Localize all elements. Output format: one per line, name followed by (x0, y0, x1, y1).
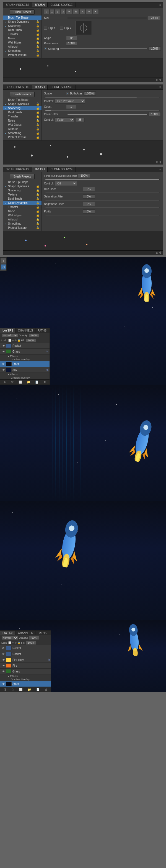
layers-tab-channels-2[interactable]: CHANNELS (16, 631, 35, 636)
both-axes-checkbox[interactable]: ✓ (66, 92, 69, 95)
bottom-icon-2-2[interactable]: 🗑 (159, 161, 162, 164)
menu3-scattering[interactable]: Scattering 🔒 (3, 188, 41, 192)
new-group-btn-2[interactable]: 📁 (28, 688, 31, 691)
menu2-protect-texture[interactable]: Protect Texture 🔒 (3, 135, 41, 139)
spacing-input[interactable] (148, 46, 161, 51)
lock-transparent-icon-2[interactable]: ⬜ (8, 642, 11, 644)
lock-all-icon-2[interactable]: 🔒 (18, 642, 21, 644)
control-off-select[interactable]: Off (55, 181, 77, 186)
brush-icon-3[interactable]: ▲ (55, 9, 60, 14)
add-mask-btn-2[interactable]: ⬜ (19, 688, 23, 691)
lock-position-icon[interactable]: ✛ (15, 339, 17, 342)
menu3-wet-edges[interactable]: Wet Edges 🔒 (3, 213, 41, 217)
layer-row-stars-2[interactable]: 👁 Stars (0, 681, 51, 687)
menu2-shape-dynamics[interactable]: ✓ Shape Dynamics 🔒 (3, 102, 41, 106)
layers-tab-paths-2[interactable]: PATHS (35, 631, 49, 636)
menu2-transfer[interactable]: Transfer 🔒 (3, 114, 41, 119)
bottom-icon-2-1[interactable]: ⊞ (156, 161, 158, 164)
bright-jitter-input[interactable] (83, 202, 95, 206)
menu2-noise[interactable]: Noise 🔒 (3, 119, 41, 123)
tab-brush-presets-1[interactable]: BRUSH PRESETS (3, 2, 32, 7)
layer-row-fire-copy-2[interactable]: 👁 Fire copy fx (0, 657, 51, 663)
panel-menu-3[interactable]: ≡ (158, 167, 163, 172)
control-select-1[interactable]: Pen Pressure (55, 99, 85, 103)
eye-icon-2-4[interactable]: 👁 (1, 664, 5, 667)
lock-position-icon-2[interactable]: ✛ (15, 642, 17, 644)
layer-row-sky-1[interactable]: 👁 Sky fx (0, 367, 49, 373)
tab-brush-1[interactable]: BRUSH (32, 2, 47, 7)
menu-noise-1[interactable]: Noise 🔒 (3, 36, 41, 40)
layer-row-grass-2[interactable]: 👁 Grass (0, 669, 51, 674)
layers-tab-paths-1[interactable]: PATHS (35, 328, 49, 333)
layers-tab-layers-2[interactable]: LAYERS (0, 631, 16, 636)
sat-jitter-input[interactable] (83, 194, 95, 198)
layers-tab-channels-1[interactable]: CHANNELS (16, 328, 35, 333)
eye-icon-2-5[interactable]: 👁 (1, 670, 5, 673)
menu3-color-dynamics[interactable]: ✓ Color Dynamics 🔒 (3, 201, 41, 205)
blend-mode-select-1[interactable]: Normal (1, 334, 18, 337)
lock-all-icon[interactable]: 🔒 (18, 339, 21, 342)
size-slider[interactable] (67, 18, 147, 19)
new-layer-btn-2[interactable]: 📄 (36, 688, 39, 691)
tab-brush-presets-3[interactable]: BRUSH PRESETS (3, 167, 32, 172)
brush-icon-6[interactable]: ⁂ (73, 9, 79, 14)
eye-icon-3[interactable]: 👁 (1, 363, 5, 366)
menu3-brush-tip-shape[interactable]: Brush Tip Shape (3, 180, 41, 184)
new-layer-btn-1[interactable]: 📄 (35, 380, 38, 383)
eye-icon-1[interactable]: 👁 (1, 344, 5, 347)
menu-scattering-1[interactable]: ✓ Scattering 🔒 (3, 24, 41, 28)
tab-brush-2[interactable]: BRUSH (32, 85, 47, 89)
control-fade-input[interactable] (75, 118, 85, 122)
layer-row-fire-2[interactable]: 👁 Fire (0, 663, 51, 669)
bottom-icon-3-1[interactable]: ⊞ (156, 251, 158, 254)
purity-input[interactable] (83, 209, 95, 214)
roundness-input[interactable] (66, 41, 77, 45)
menu-shape-dynamics-1[interactable]: ✓ Shape Dynamics 🔒 (3, 20, 41, 24)
fill-input-1[interactable] (26, 338, 36, 342)
hue-slider[interactable] (45, 192, 160, 193)
bottom-icon-3-2[interactable]: 🗑 (159, 251, 162, 254)
hue-jitter-input[interactable] (83, 187, 95, 191)
opacity-input-1[interactable] (29, 334, 39, 337)
menu3-texture[interactable]: Texture 🔒 (3, 192, 41, 197)
brush-presets-btn-1[interactable]: Brush Presets (10, 9, 35, 15)
menu2-scattering[interactable]: ✓ Scattering 🔒 (3, 106, 41, 110)
add-mask-btn-1[interactable]: ⬜ (19, 380, 22, 383)
lock-transparent-icon[interactable]: ⬜ (8, 339, 11, 342)
add-style-btn-2[interactable]: fx (12, 688, 14, 691)
delete-layer-btn-2[interactable]: 🗑 (45, 688, 47, 691)
brush-icon-5[interactable]: ※ (66, 9, 72, 14)
fgbg-slider[interactable] (45, 179, 160, 180)
lock-pixels-icon-2[interactable]: ✏ (12, 642, 14, 644)
eye-icon-2-6[interactable]: 👁 (1, 682, 5, 685)
bottom-icon-1[interactable]: ⊞ (156, 79, 158, 82)
eye-icon-2-2[interactable]: 👁 (1, 653, 5, 656)
menu-transfer-1[interactable]: Transfer 🔒 (3, 32, 41, 36)
tool-btn-2[interactable]: ⬡ (1, 264, 6, 270)
layer-row-rocket-2b[interactable]: 👁 Rocket (0, 651, 51, 657)
sat-slider[interactable] (45, 200, 160, 201)
bright-slider[interactable] (45, 207, 160, 208)
menu2-dual-brush[interactable]: Dual Brush 🔒 (3, 110, 41, 114)
tool-btn-1[interactable]: ✦ (1, 258, 6, 264)
menu2-wet-edges[interactable]: Wet Edges 🔒 (3, 123, 41, 127)
eye-icon-4[interactable]: 👁 (1, 368, 5, 371)
tab-clone-source-1[interactable]: CLONE SOURCE (47, 2, 75, 7)
menu3-airbrush[interactable]: Airbrush 🔒 (3, 217, 41, 222)
menu3-dual-brush[interactable]: Dual Brush 🔒 (3, 197, 41, 201)
menu-brush-tip-shape-1[interactable]: Brush Tip Shape (3, 16, 41, 20)
spacing-checkbox[interactable]: ✓ (44, 47, 47, 50)
menu3-protect-texture[interactable]: Protect Texture 🔒 (3, 226, 41, 230)
menu3-transfer[interactable]: Transfer 🔒 (3, 205, 41, 209)
panel-menu-1[interactable]: ≡ (158, 2, 163, 7)
delete-layer-btn-1[interactable]: 🗑 (43, 380, 46, 383)
brush-icon-7[interactable]: ⋱ (79, 9, 86, 14)
brush-presets-btn-2[interactable]: Brush Presets (10, 92, 35, 97)
add-style-btn-1[interactable]: fx (11, 380, 13, 383)
eye-icon-2[interactable]: 👁 (1, 350, 5, 353)
link-layers-btn-1[interactable]: ⛓ (4, 380, 6, 383)
layer-row-rocket-1[interactable]: 👁 Rocket (0, 343, 49, 349)
layers-tab-layers-1[interactable]: LAYERS (0, 328, 16, 333)
count-input[interactable] (66, 105, 76, 109)
layer-row-rocket-2a[interactable]: 👁 Rocket (0, 645, 51, 651)
